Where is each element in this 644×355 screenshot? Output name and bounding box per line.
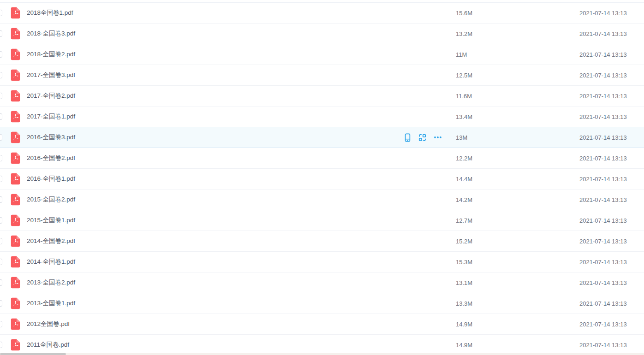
file-row[interactable]: 2014-全国卷2.pdf: [0, 231, 644, 252]
file-name-link[interactable]: 2017-全国卷3.pdf: [27, 71, 75, 79]
file-date: 2021-07-14 13:13: [579, 300, 627, 307]
file-name-link[interactable]: 2015-全国卷1.pdf: [27, 216, 75, 225]
file-row[interactable]: 2018全国卷1.pdf: [0, 3, 644, 24]
pdf-icon: [11, 194, 20, 206]
file-row[interactable]: 2012全国卷.pdf: [0, 314, 644, 335]
file-size: 13.2M: [456, 30, 472, 37]
file-name-link[interactable]: 2015-全国卷2.pdf: [27, 195, 75, 204]
send-to-phone-icon[interactable]: [404, 133, 411, 142]
row-checkbox[interactable]: [0, 196, 2, 203]
file-date: 2021-07-14 13:13: [579, 217, 627, 224]
file-name-link[interactable]: 2016-全国卷3.pdf: [27, 133, 75, 142]
row-checkbox[interactable]: [0, 10, 2, 16]
file-size: 14.4M: [456, 176, 472, 183]
pdf-icon: [11, 339, 20, 351]
file-date: 2021-07-14 13:13: [579, 259, 627, 266]
file-size: 14.2M: [456, 196, 472, 203]
row-checkbox[interactable]: [0, 300, 2, 307]
row-checkbox[interactable]: [0, 342, 2, 348]
pdf-icon: [11, 111, 20, 123]
file-name-link[interactable]: 2011全国卷.pdf: [27, 341, 69, 349]
file-row[interactable]: 2013-全国卷1.pdf: [0, 293, 644, 314]
pdf-icon: [11, 173, 20, 185]
file-name-link[interactable]: 2017-全国卷1.pdf: [27, 112, 75, 121]
file-row[interactable]: 2017-全国卷2.pdf: [0, 86, 644, 106]
file-row[interactable]: 2016-全国卷3.pdf: [0, 127, 644, 148]
pdf-icon: [11, 297, 20, 309]
file-name-link[interactable]: 2018-全国卷2.pdf: [27, 50, 75, 59]
file-name-link[interactable]: 2014-全国卷2.pdf: [27, 237, 75, 245]
file-name-link[interactable]: 2012全国卷.pdf: [27, 320, 70, 328]
scrollbar-thumb[interactable]: [0, 353, 66, 355]
file-name-link[interactable]: 2014-全国卷1.pdf: [27, 258, 75, 266]
pdf-icon: [11, 235, 20, 247]
file-name-link[interactable]: 2018-全国卷3.pdf: [27, 30, 75, 38]
file-date: 2021-07-14 13:13: [579, 238, 627, 245]
file-size: 12.7M: [456, 217, 472, 224]
pdf-icon: [11, 256, 20, 268]
more-dots-icon[interactable]: [434, 136, 442, 139]
row-checkbox[interactable]: [0, 113, 2, 120]
row-checkbox[interactable]: [0, 259, 2, 265]
file-row[interactable]: 2011全国卷.pdf: [0, 335, 644, 355]
pdf-icon: [11, 131, 20, 143]
file-row[interactable]: 2016-全国卷1.pdf: [0, 169, 644, 189]
file-row[interactable]: 2014-全国卷1.pdf: [0, 252, 644, 272]
file-date: 2021-07-14 13:13: [579, 279, 627, 286]
file-size: 13.1M: [456, 279, 472, 286]
row-checkbox[interactable]: [0, 30, 2, 37]
pdf-icon: [11, 318, 20, 330]
pdf-icon: [11, 277, 20, 289]
row-checkbox[interactable]: [0, 72, 2, 78]
file-date: 2021-07-14 13:13: [579, 321, 627, 328]
file-row[interactable]: 2018-全国卷2.pdf: [0, 44, 644, 65]
file-size: 14.9M: [456, 321, 472, 328]
file-manager-page: 2018全国卷1.pdf: [0, 0, 644, 355]
file-list: 2018全国卷1.pdf: [0, 3, 644, 355]
file-size: 12.5M: [456, 72, 472, 79]
file-size: 14.9M: [456, 342, 472, 349]
file-name-link[interactable]: 2018全国卷1.pdf: [27, 9, 73, 17]
transfer-icon[interactable]: [418, 134, 426, 142]
row-checkbox[interactable]: [0, 217, 2, 224]
file-row[interactable]: 2016-全国卷2.pdf: [0, 148, 644, 169]
file-date: 2021-07-14 13:13: [579, 196, 627, 203]
file-date: 2021-07-14 13:13: [579, 10, 627, 17]
file-date: 2021-07-14 13:13: [579, 30, 627, 37]
row-checkbox[interactable]: [0, 238, 2, 244]
row-checkbox[interactable]: [0, 321, 2, 327]
pdf-icon: [11, 69, 20, 81]
file-row[interactable]: 2018-全国卷3.pdf: [0, 24, 644, 44]
file-date: 2021-07-14 13:13: [579, 155, 627, 162]
file-size: 15.3M: [456, 259, 472, 266]
file-size: 12.2M: [456, 155, 472, 162]
file-date: 2021-07-14 13:13: [579, 72, 627, 79]
row-checkbox[interactable]: [0, 279, 2, 286]
row-checkbox[interactable]: [0, 134, 2, 141]
file-date: 2021-07-14 13:13: [579, 134, 627, 141]
file-row[interactable]: 2017-全国卷1.pdf: [0, 106, 644, 127]
horizontal-scrollbar[interactable]: [0, 353, 644, 355]
file-date: 2021-07-14 13:13: [579, 93, 627, 100]
row-checkbox[interactable]: [0, 93, 2, 99]
file-name-link[interactable]: 2017-全国卷2.pdf: [27, 92, 75, 100]
file-name-link[interactable]: 2016-全国卷1.pdf: [27, 175, 75, 183]
pdf-icon: [11, 152, 20, 164]
file-size: 15.2M: [456, 238, 472, 245]
file-name-link[interactable]: 2013-全国卷2.pdf: [27, 278, 75, 287]
file-row[interactable]: 2017-全国卷3.pdf: [0, 65, 644, 86]
row-checkbox[interactable]: [0, 51, 2, 58]
file-row[interactable]: 2013-全国卷2.pdf: [0, 272, 644, 293]
row-checkbox[interactable]: [0, 155, 2, 161]
row-checkbox[interactable]: [0, 176, 2, 182]
pdf-icon: [11, 48, 20, 60]
pdf-icon: [11, 28, 20, 40]
file-name-link[interactable]: 2016-全国卷2.pdf: [27, 154, 75, 162]
file-row[interactable]: 2015-全国卷1.pdf: [0, 210, 644, 231]
file-date: 2021-07-14 13:13: [579, 51, 627, 58]
file-name-link[interactable]: 2013-全国卷1.pdf: [27, 299, 75, 308]
file-date: 2021-07-14 13:13: [579, 342, 627, 349]
file-size: 13.3M: [456, 300, 472, 307]
file-size: 11M: [456, 51, 467, 58]
file-row[interactable]: 2015-全国卷2.pdf: [0, 189, 644, 210]
